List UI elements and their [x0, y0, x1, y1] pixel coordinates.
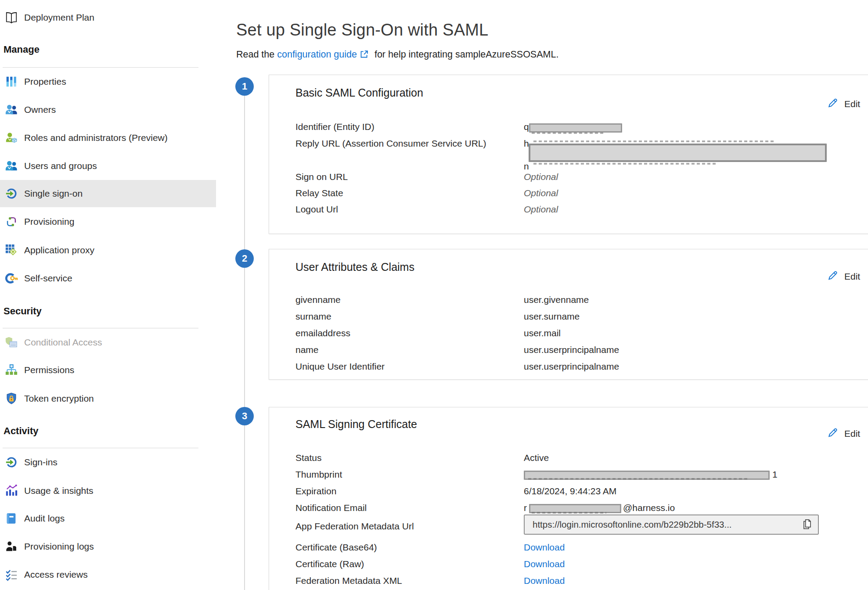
sidebar-item-properties[interactable]: Properties [0, 68, 216, 95]
step-connector-line [244, 96, 245, 590]
saml-signing-certificate-card: SAML Signing Certificate Edit Status Thu… [269, 407, 868, 590]
sidebar-item-label: Owners [24, 104, 56, 115]
divider [3, 448, 198, 448]
claim-name: name [295, 345, 319, 355]
sidebar-item-label: Token encryption [24, 393, 94, 404]
claim-name: surname [295, 311, 331, 322]
expiration-value: 6/18/2024, 9:44:23 AM [524, 486, 616, 496]
pencil-icon [827, 97, 839, 111]
external-link-icon [360, 50, 369, 61]
sidebar-section-header-manage: Manage [4, 44, 40, 55]
download-certificate-base64-link[interactable]: Download [524, 542, 565, 553]
relay-state-value: Optional [524, 188, 558, 198]
copy-icon[interactable] [801, 518, 813, 531]
sidebar-item-label: Audit logs [24, 513, 65, 524]
notification-email-prefix: r [524, 503, 527, 513]
redacted-text-ghost [532, 512, 606, 514]
roles-icon [4, 131, 18, 145]
redacted-text-ghost [533, 163, 718, 165]
sidebar: Deployment Plan Manage Properties [0, 0, 216, 590]
access-reviews-icon [4, 568, 18, 582]
app-federation-metadata-url-field[interactable]: https://login.microsoftonline.com/b229b2… [524, 514, 819, 535]
sidebar-item-roles-administrators[interactable]: Roles and administrators (Preview) [0, 124, 216, 151]
sidebar-item-token-encryption[interactable]: Token encryption [0, 385, 216, 412]
provisioning-icon [4, 215, 18, 229]
owners-icon [4, 103, 18, 117]
reply-url-fragment-line2: n [524, 161, 529, 172]
sign-on-url-value: Optional [524, 172, 558, 182]
sidebar-item-provisioning-logs[interactable]: Provisioning logs [0, 533, 216, 560]
step-1-badge: 1 [235, 77, 254, 96]
claim-name: Unique User Identifier [295, 361, 385, 372]
metadata-url-value: https://login.microsoftonline.com/b229b2… [533, 519, 801, 530]
sidebar-item-label: Properties [24, 76, 66, 87]
sidebar-item-access-reviews[interactable]: Access reviews [0, 561, 216, 588]
sidebar-item-label: Usage & insights [24, 486, 94, 496]
sidebar-item-label: Users and groups [24, 161, 97, 171]
card-title: User Attributes & Claims [295, 261, 414, 273]
redacted-text-ghost [532, 132, 604, 134]
provisioning-logs-icon [4, 540, 18, 554]
token-encryption-icon [4, 392, 18, 406]
claim-value: user.mail [524, 328, 561, 338]
application-proxy-icon [4, 243, 18, 257]
sidebar-item-provisioning[interactable]: Provisioning [0, 208, 216, 235]
field-label: Identifier (Entity ID) [295, 122, 375, 132]
sign-ins-icon [4, 455, 18, 469]
edit-label: Edit [844, 99, 860, 109]
claim-value: user.userprincipalname [524, 345, 619, 355]
identifier-value-fragment: q [524, 122, 529, 132]
field-label: Sign on URL [295, 172, 348, 182]
claim-value: user.givenname [524, 295, 589, 305]
sidebar-item-owners[interactable]: Owners [0, 96, 216, 123]
field-label: Expiration [295, 486, 336, 496]
sidebar-item-label: Roles and administrators (Preview) [24, 133, 168, 143]
sidebar-item-label: Access reviews [24, 569, 88, 580]
thumbprint-value-fragment: 1 [772, 469, 778, 480]
redacted-text-ghost [528, 478, 748, 480]
reply-url-fragment-line1: h [524, 138, 529, 149]
sidebar-item-audit-logs[interactable]: Audit logs [0, 505, 216, 532]
field-label: Relay State [295, 188, 343, 198]
sidebar-item-application-proxy[interactable]: Application proxy [0, 237, 216, 264]
redaction-box [529, 123, 622, 133]
intro-text: Read the configuration guide for help in… [236, 49, 558, 61]
logout-url-value: Optional [524, 204, 558, 215]
sidebar-item-label: Single sign-on [24, 188, 83, 199]
audit-logs-icon [4, 511, 18, 525]
field-label: App Federation Metadata Url [295, 521, 414, 532]
sidebar-item-label: Deployment Plan [24, 12, 94, 23]
sidebar-item-usage-insights[interactable]: Usage & insights [0, 477, 216, 504]
sidebar-item-permissions[interactable]: Permissions [0, 356, 216, 384]
edit-user-attributes-button[interactable]: Edit [827, 270, 860, 284]
status-value: Active [524, 453, 549, 463]
download-certificate-raw-link[interactable]: Download [524, 559, 565, 569]
step-3-badge: 3 [235, 407, 254, 425]
sidebar-item-deployment-plan[interactable]: Deployment Plan [0, 4, 216, 31]
sidebar-item-single-sign-on[interactable]: Single sign-on [0, 180, 216, 207]
configuration-guide-link[interactable]: configuration guide [277, 49, 357, 60]
edit-label: Edit [844, 428, 860, 439]
sidebar-item-conditional-access[interactable]: Conditional Access [0, 329, 216, 356]
card-title: SAML Signing Certificate [295, 418, 417, 431]
edit-label: Edit [844, 271, 860, 282]
pencil-icon [827, 270, 839, 284]
page-title: Set up Single Sign-On with SAML [236, 21, 488, 40]
sidebar-item-self-service[interactable]: Self-service [0, 265, 216, 292]
edit-signing-certificate-button[interactable]: Edit [827, 427, 860, 441]
edit-basic-saml-button[interactable]: Edit [827, 97, 860, 111]
sidebar-item-label: Provisioning [24, 216, 74, 227]
field-label: Thumbprint [295, 469, 342, 480]
sidebar-item-label: Sign-ins [24, 457, 58, 468]
sidebar-item-label: Self-service [24, 273, 72, 284]
field-label: Certificate (Raw) [295, 559, 364, 569]
sidebar-item-label: Application proxy [24, 245, 94, 255]
user-attributes-claims-card: User Attributes & Claims Edit givenname … [269, 249, 868, 380]
download-federation-metadata-xml-link[interactable]: Download [524, 576, 565, 586]
sidebar-item-label: Permissions [24, 365, 74, 375]
conditional-access-icon [4, 335, 18, 349]
sidebar-item-users-groups[interactable]: Users and groups [0, 152, 216, 180]
sidebar-item-sign-ins[interactable]: Sign-ins [0, 449, 216, 476]
users-groups-icon [4, 159, 18, 173]
redaction-box [529, 144, 827, 162]
